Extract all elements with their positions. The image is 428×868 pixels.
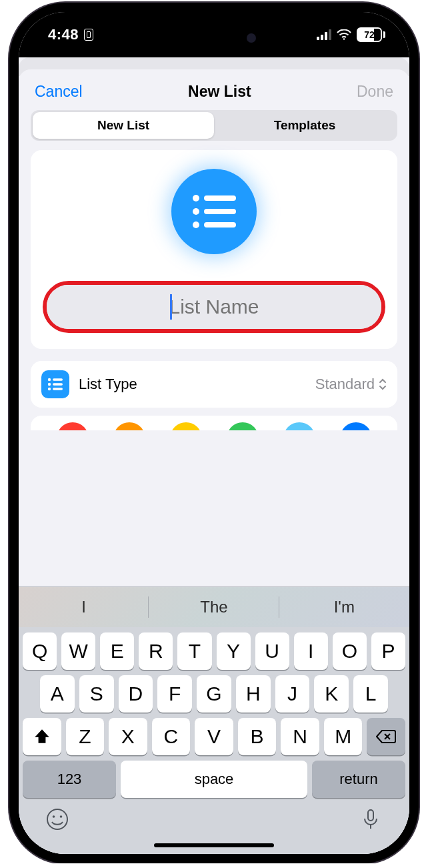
color-swatch-red[interactable]: [57, 422, 89, 430]
key-t[interactable]: T: [177, 632, 211, 670]
color-picker-card[interactable]: [31, 416, 397, 430]
segment-new-list[interactable]: New List: [33, 112, 214, 139]
svg-point-7: [48, 378, 51, 381]
emoji-icon: [45, 807, 69, 831]
done-button[interactable]: Done: [357, 83, 393, 101]
key-row-2: A S D F G H J K L: [19, 670, 409, 713]
key-e[interactable]: E: [100, 632, 134, 670]
key-u[interactable]: U: [255, 632, 289, 670]
svg-rect-8: [53, 378, 63, 381]
key-k[interactable]: K: [314, 675, 349, 713]
mic-icon: [359, 807, 383, 831]
svg-point-15: [60, 815, 63, 818]
sim-icon: [84, 29, 93, 41]
key-l[interactable]: L: [353, 675, 388, 713]
key-d[interactable]: D: [119, 675, 153, 713]
svg-point-5: [193, 222, 199, 228]
svg-rect-10: [53, 383, 63, 386]
key-i[interactable]: I: [294, 632, 328, 670]
svg-rect-2: [204, 195, 236, 201]
key-z[interactable]: Z: [66, 718, 105, 755]
list-icon-preview[interactable]: [171, 169, 257, 254]
key-w[interactable]: W: [61, 632, 95, 670]
key-row-3: Z X C V B N M: [19, 713, 409, 755]
bulleted-list-icon: [47, 378, 63, 391]
screen: 4:48 72 Cancel New List: [19, 12, 409, 854]
color-swatch-blue[interactable]: [340, 422, 372, 430]
key-g[interactable]: G: [197, 675, 231, 713]
bulleted-list-icon: [191, 192, 237, 231]
list-name-input[interactable]: [47, 285, 381, 329]
emoji-key[interactable]: [45, 807, 69, 834]
key-s[interactable]: S: [79, 675, 114, 713]
svg-rect-6: [204, 222, 236, 228]
svg-point-14: [53, 815, 55, 818]
nav-bar: Cancel New List Done: [19, 69, 409, 110]
key-m[interactable]: M: [324, 718, 363, 755]
highlight-annotation: [43, 281, 385, 333]
svg-point-9: [48, 383, 51, 386]
battery-indicator: 72: [357, 27, 385, 42]
color-swatch-lightblue[interactable]: [283, 422, 315, 430]
key-y[interactable]: Y: [217, 632, 251, 670]
new-list-sheet: Cancel New List Done New List Templates: [19, 69, 409, 854]
svg-point-3: [193, 208, 199, 215]
key-v[interactable]: V: [195, 718, 233, 755]
list-type-icon: [41, 370, 69, 398]
space-key[interactable]: space: [121, 761, 307, 798]
chevron-up-down-icon: [379, 378, 387, 390]
key-b[interactable]: B: [238, 718, 277, 755]
svg-rect-4: [204, 209, 236, 214]
key-x[interactable]: X: [109, 718, 147, 755]
wifi-icon: [337, 29, 351, 40]
prediction-3[interactable]: I'm: [279, 587, 409, 627]
shift-icon: [33, 728, 51, 745]
key-p[interactable]: P: [371, 632, 405, 670]
key-a[interactable]: A: [40, 675, 75, 713]
list-type-row[interactable]: List Type Standard: [31, 361, 397, 408]
color-swatch-green[interactable]: [227, 422, 259, 430]
text-cursor: [170, 294, 172, 320]
segmented-control[interactable]: New List Templates: [31, 110, 397, 141]
iphone-frame: 4:48 72 Cancel New List: [9, 3, 419, 863]
dictation-key[interactable]: [359, 807, 383, 834]
backspace-icon: [376, 729, 396, 744]
key-q[interactable]: Q: [23, 632, 57, 670]
cell-signal-icon: [317, 29, 331, 40]
numbers-key[interactable]: 123: [23, 761, 116, 798]
status-time: 4:48: [48, 26, 79, 43]
prediction-2[interactable]: The: [149, 587, 279, 627]
key-o[interactable]: O: [333, 632, 367, 670]
list-name-card: [31, 150, 397, 349]
sheet-title: New List: [188, 83, 251, 101]
dynamic-island: [156, 24, 272, 53]
svg-point-0: [343, 38, 345, 39]
svg-point-1: [193, 195, 199, 201]
svg-point-13: [47, 809, 67, 829]
list-type-value[interactable]: Standard: [315, 376, 387, 393]
prediction-bar: I The I'm: [19, 587, 409, 627]
svg-point-11: [48, 388, 51, 390]
color-swatch-orange[interactable]: [113, 422, 145, 430]
keyboard[interactable]: I The I'm Q W E R T Y U I O P A: [19, 586, 409, 854]
list-type-label: List Type: [79, 376, 306, 393]
cancel-button[interactable]: Cancel: [35, 83, 83, 101]
color-swatch-yellow[interactable]: [170, 422, 202, 430]
svg-rect-16: [368, 810, 373, 821]
svg-rect-12: [53, 388, 63, 390]
key-row-4: 123 space return: [19, 755, 409, 803]
prediction-1[interactable]: I: [19, 587, 149, 627]
home-indicator[interactable]: [154, 843, 274, 847]
shift-key[interactable]: [23, 718, 61, 755]
key-j[interactable]: J: [275, 675, 310, 713]
return-key[interactable]: return: [312, 761, 405, 798]
delete-key[interactable]: [367, 718, 405, 755]
key-n[interactable]: N: [281, 718, 319, 755]
key-r[interactable]: R: [139, 632, 173, 670]
key-row-1: Q W E R T Y U I O P: [19, 627, 409, 670]
key-h[interactable]: H: [236, 675, 271, 713]
list-name-field-container[interactable]: [47, 285, 381, 329]
key-c[interactable]: C: [152, 718, 191, 755]
key-f[interactable]: F: [157, 675, 192, 713]
segment-templates[interactable]: Templates: [214, 112, 395, 139]
